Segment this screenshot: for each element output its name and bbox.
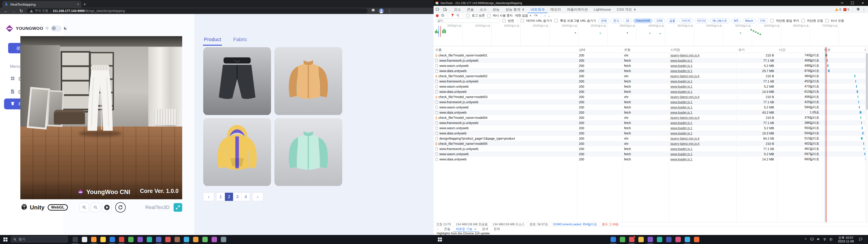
taskbar-app-12[interactable] — [173, 236, 182, 244]
initiator-link[interactable]: www.loader.js:1 — [671, 147, 692, 151]
filter-chip-이미지[interactable]: 이미지 — [679, 18, 693, 23]
table-row[interactable]: www.framework.js.unityweb200fetchwww.loa… — [434, 120, 868, 125]
table-row[interactable]: www.data.unityweb200fetchwww.loader.js:1… — [434, 68, 868, 73]
product-thumbnail-mint-jacket[interactable] — [274, 118, 342, 186]
blocked-cookies-checkbox[interactable] — [770, 19, 774, 22]
column-header-폭포[interactable]: 폭포 — [822, 47, 868, 53]
hide-extension-urls-checkbox[interactable] — [555, 19, 558, 22]
pagination-prev[interactable]: ‹ — [203, 192, 214, 201]
drawer-tab-검색[interactable]: 검색 — [479, 226, 491, 232]
filter-chip-Wasm[interactable]: Wasm — [743, 18, 756, 23]
tab-fabric[interactable]: Fabric — [232, 37, 248, 45]
taskbar-app-r5[interactable] — [646, 236, 655, 244]
taskbar-app-r6[interactable] — [655, 236, 664, 244]
initiator-link[interactable]: jquery-latest.min.js:4 — [671, 137, 700, 140]
tray-volume-icon[interactable] — [815, 238, 822, 241]
pagination-page-4[interactable]: 4 — [241, 193, 250, 201]
drawer-tab-새로운 기능[interactable]: 새로운 기능✕ — [453, 226, 479, 232]
devtools-tab-네트워크[interactable]: 네트워크 — [528, 6, 548, 13]
table-row[interactable]: www.framework.js.unityweb200fetchwww.loa… — [434, 58, 868, 63]
start-button-monitor-2[interactable] — [434, 235, 445, 244]
clear-network-log-icon[interactable] — [441, 13, 444, 18]
product-thumbnail-tan-jacket[interactable] — [274, 47, 342, 115]
network-conditions-icon[interactable] — [534, 14, 538, 18]
forward-button-icon[interactable]: → — [11, 9, 16, 13]
errors-badge[interactable]: × 5 — [843, 8, 849, 11]
zoom-in-button[interactable] — [80, 203, 89, 212]
taskbar-app-2[interactable] — [80, 236, 89, 244]
taskbar-app-r9[interactable] — [683, 236, 692, 244]
initiator-link[interactable]: www.loader.js:1 — [671, 90, 692, 94]
network-search-icon[interactable] — [456, 14, 460, 18]
filter-chip-기타[interactable]: 기타 — [757, 18, 768, 23]
drawer-menu-icon[interactable]: ⋮ — [434, 227, 441, 231]
initiator-link[interactable]: jquery-latest.min.js:4 — [671, 116, 700, 120]
devtools-tab-성능 통계[interactable]: 성능 통계 — [502, 6, 528, 13]
reset-view-button[interactable] — [115, 202, 126, 213]
table-row[interactable]: www.data.unityweb200fetchwww.loader.js:1… — [434, 110, 868, 115]
taskbar-app-r1[interactable] — [609, 236, 618, 244]
3d-viewer[interactable]: YoungWoo CNI Core Ver. 1.0.0 — [20, 36, 182, 199]
table-row[interactable]: {}check_file/?model_name=model04200xhrjq… — [434, 115, 868, 120]
filter-chip-JS[interactable]: JS — [623, 18, 631, 23]
taskbar-app-r4[interactable] — [636, 236, 646, 244]
device-toolbar-icon[interactable] — [441, 6, 449, 13]
taskbar-app-16[interactable] — [210, 236, 219, 244]
browser-menu-icon[interactable]: ⋮ — [388, 8, 391, 13]
devtools-tab-CSS 개요[interactable]: CSS 개요 — [614, 6, 639, 13]
inspect-element-icon[interactable] — [434, 6, 441, 13]
close-button[interactable]: ✕ — [858, 0, 868, 6]
table-row[interactable]: www.wasm.unityweb200fetchwww.loader.js:1… — [434, 84, 868, 89]
table-row[interactable]: {}check_file/?model_name=model02200xhrjq… — [434, 73, 868, 79]
taskbar-app-r7[interactable] — [664, 236, 673, 244]
pagination-page-1[interactable]: 1 — [217, 193, 225, 201]
initiator-link[interactable]: jquery-latest.min.js:4 — [671, 142, 700, 146]
extensions-puzzle-icon[interactable] — [371, 8, 375, 13]
theme-toggle[interactable] — [51, 26, 61, 31]
taskbar-app-r3[interactable] — [627, 236, 636, 244]
initiator-link[interactable]: www.loader.js:1 — [671, 105, 692, 109]
taskbar-app-17[interactable] — [219, 236, 228, 244]
taskbar-app-14[interactable] — [191, 236, 200, 244]
filter-chip-전체[interactable]: 전체 — [598, 18, 609, 23]
white-pants-3d-model[interactable] — [72, 61, 128, 138]
new-tab-button[interactable]: + — [81, 1, 88, 8]
table-row[interactable]: www.wasm.unityweb200fetchwww.loader.js:1… — [434, 151, 868, 157]
devtools-tab-메모리[interactable]: 메모리 — [548, 6, 564, 13]
column-header-유형[interactable]: 유형 — [622, 47, 669, 53]
drawer-tab-콘솔[interactable]: 콘솔 — [441, 226, 453, 232]
filter-input[interactable] — [435, 19, 500, 23]
pagination-page-3[interactable]: 3 — [233, 193, 241, 201]
devtools-tab-콘솔[interactable]: 콘솔 — [464, 6, 477, 13]
tab-product[interactable]: Product — [203, 37, 222, 45]
taskbar-app-9[interactable] — [145, 236, 154, 244]
taskbar-app-15[interactable] — [200, 236, 210, 244]
table-row[interactable]: {}check_file/?model_name=model05200xhrjq… — [434, 141, 868, 146]
play-button[interactable] — [102, 203, 112, 212]
table-scrollbar[interactable] — [865, 47, 868, 222]
filter-funnel-icon[interactable] — [451, 14, 454, 18]
initiator-link[interactable]: www.loader.js:1 — [671, 157, 692, 161]
tray-chevron-icon[interactable]: ^ — [802, 238, 809, 241]
table-row[interactable]: www.wasm.unityweb200fetchwww.loader.js:1… — [434, 104, 868, 110]
initiator-link[interactable]: jquery-latest.min.js:4 — [671, 95, 700, 99]
table-row[interactable]: {}check_file/?model_name=model01200xhrjq… — [434, 53, 868, 58]
filter-chip-미디어[interactable]: 미디어 — [694, 18, 708, 23]
taskbar-app-10[interactable] — [154, 236, 163, 244]
drawer-tab-close-icon[interactable]: ✕ — [474, 227, 476, 231]
table-row[interactable]: {}check_file/?model_name=model03200xhrjq… — [434, 94, 868, 99]
throttling-dropdown[interactable]: 제한 없음▼ — [515, 13, 532, 18]
taskbar-app-13[interactable] — [182, 236, 191, 244]
taskbar-clock[interactable]: 오후 10:57 2023-11-09 — [834, 236, 858, 243]
filter-chip-WS[interactable]: WS — [731, 18, 741, 23]
devtools-menu-icon[interactable]: ⋮ — [862, 7, 866, 12]
profile-avatar[interactable] — [379, 8, 384, 13]
initiator-link[interactable]: www.loader.js:1 — [671, 126, 692, 130]
table-row[interactable]: www.framework.js.unityweb200fetchwww.loa… — [434, 79, 868, 84]
taskbar-app-5[interactable] — [107, 236, 117, 244]
filter-chip-문서[interactable]: 문서 — [611, 18, 622, 23]
initiator-link[interactable]: jquery-latest.min.js:4 — [671, 54, 700, 57]
column-header-시간[interactable]: 시간 — [777, 47, 822, 53]
filter-chip-CSS[interactable]: CSS — [654, 18, 665, 23]
reload-button-icon[interactable]: ↻ — [20, 9, 23, 13]
